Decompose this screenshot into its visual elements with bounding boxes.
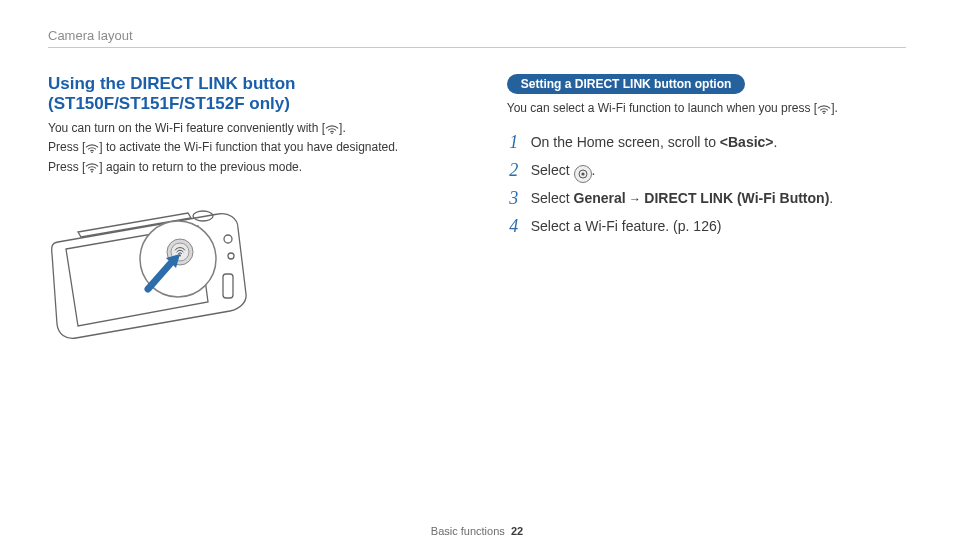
manual-page: Camera layout Using the DIRECT LINK butt… (0, 0, 954, 557)
svg-rect-5 (223, 274, 233, 298)
arrow-icon: → (626, 192, 645, 206)
ri-a: You can select a Wi-Fi function to launc… (507, 101, 817, 115)
t: Select (531, 162, 574, 178)
p2-a: Press [ (48, 140, 85, 154)
svg-point-3 (224, 235, 232, 243)
svg-point-4 (228, 253, 234, 259)
t: . (774, 134, 778, 150)
wifi-icon (85, 142, 99, 154)
step-text: Select General → DIRECT LINK (Wi-Fi Butt… (531, 187, 833, 211)
svg-point-0 (331, 132, 333, 134)
svg-point-2 (91, 171, 93, 173)
footer-label: Basic functions (431, 525, 505, 537)
p2-b: ] to activate the Wi-Fi function that yo… (99, 140, 398, 154)
t: Select (531, 190, 574, 206)
t: On the Home screen, scroll to (531, 134, 720, 150)
camera-illustration (48, 194, 268, 344)
page-number: 22 (511, 525, 523, 537)
right-column: Setting a DIRECT LINK button option You … (507, 74, 906, 344)
intro-para-2: Press [ ] to activate the Wi-Fi function… (48, 139, 467, 156)
step-4: 4 Select a Wi-Fi feature. (p. 126) (507, 215, 906, 239)
page-footer: Basic functions 22 (0, 525, 954, 537)
step-number: 4 (507, 215, 521, 238)
step-text: Select . (531, 159, 596, 183)
intro-para-3: Press [ ] again to return to the previou… (48, 159, 467, 176)
p3-b: ] again to return to the previous mode. (99, 160, 302, 174)
step-1: 1 On the Home screen, scroll to <Basic>. (507, 131, 906, 155)
t: . (592, 162, 596, 178)
steps-list: 1 On the Home screen, scroll to <Basic>.… (507, 131, 906, 238)
step-text: On the Home screen, scroll to <Basic>. (531, 131, 778, 155)
subheading-pill: Setting a DIRECT LINK button option (507, 74, 746, 94)
two-column-layout: Using the DIRECT LINK button (ST150F/ST1… (48, 74, 906, 344)
bold-basic: <Basic> (720, 134, 774, 150)
left-column: Using the DIRECT LINK button (ST150F/ST1… (48, 74, 467, 344)
bold-direct-link: DIRECT LINK (Wi-Fi Button) (644, 190, 829, 206)
svg-point-1 (91, 152, 93, 154)
bold-general: General (574, 190, 626, 206)
wifi-icon (325, 123, 339, 135)
t: . (829, 190, 833, 206)
step-2: 2 Select . (507, 159, 906, 183)
wifi-icon (85, 162, 99, 174)
section-header: Camera layout (48, 28, 906, 48)
step-3: 3 Select General → DIRECT LINK (Wi-Fi Bu… (507, 187, 906, 211)
ri-b: ]. (831, 101, 838, 115)
intro-para-1: You can turn on the Wi-Fi feature conven… (48, 120, 467, 137)
step-number: 1 (507, 131, 521, 154)
svg-point-14 (581, 173, 584, 176)
step-text: Select a Wi-Fi feature. (p. 126) (531, 215, 722, 239)
settings-dial-icon (574, 165, 592, 183)
wifi-icon (817, 103, 831, 115)
right-intro: You can select a Wi-Fi function to launc… (507, 100, 906, 117)
p1-a: You can turn on the Wi-Fi feature conven… (48, 121, 325, 135)
svg-point-12 (823, 112, 825, 114)
step-number: 3 (507, 187, 521, 210)
p1-b: ]. (339, 121, 346, 135)
p3-a: Press [ (48, 160, 85, 174)
heading-direct-link: Using the DIRECT LINK button (ST150F/ST1… (48, 74, 467, 114)
step-number: 2 (507, 159, 521, 182)
